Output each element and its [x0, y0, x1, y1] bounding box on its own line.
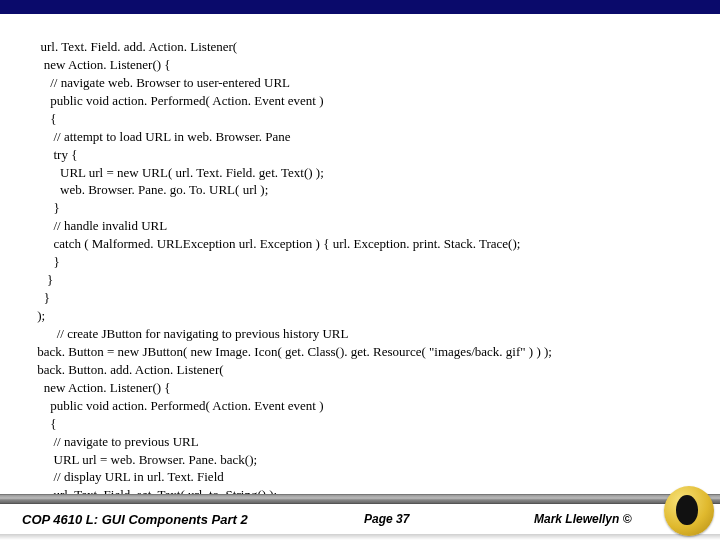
code-block: url. Text. Field. add. Action. Listener(… — [0, 14, 720, 540]
code-line: ); — [34, 308, 45, 323]
footer-course-title: COP 4610 L: GUI Components Part 2 — [22, 512, 364, 527]
footer-divider-bar — [0, 494, 720, 504]
code-line: } — [34, 290, 50, 305]
code-line: catch ( Malformed. URLException url. Exc… — [34, 236, 520, 251]
code-line: URL url = web. Browser. Pane. back(); — [34, 452, 257, 467]
footer-page-number: Page 37 — [364, 512, 534, 526]
code-line: // attempt to load URL in web. Browser. … — [34, 129, 291, 144]
code-line: // create JButton for navigating to prev… — [34, 326, 348, 341]
code-line: { — [34, 416, 57, 431]
code-line: new Action. Listener() { — [34, 380, 171, 395]
code-line: } — [34, 272, 53, 287]
code-line: { — [34, 111, 57, 126]
code-line: public void action. Performed( Action. E… — [34, 398, 324, 413]
code-line: } — [34, 200, 60, 215]
slide-footer: COP 4610 L: GUI Components Part 2 Page 3… — [0, 494, 720, 540]
code-line: URL url = new URL( url. Text. Field. get… — [34, 165, 324, 180]
code-line: // navigate to previous URL — [34, 434, 199, 449]
code-line: new Action. Listener() { — [34, 57, 171, 72]
code-line: public void action. Performed( Action. E… — [34, 93, 324, 108]
code-line: try { — [34, 147, 77, 162]
code-line: // navigate web. Browser to user-entered… — [34, 75, 290, 90]
ucf-logo-icon — [664, 486, 714, 536]
code-line: // handle invalid URL — [34, 218, 167, 233]
footer-row: COP 4610 L: GUI Components Part 2 Page 3… — [0, 504, 720, 534]
footer-shadow — [0, 534, 720, 540]
code-line: } — [34, 254, 60, 269]
code-line: // display URL in url. Text. Field — [34, 469, 224, 484]
code-line: url. Text. Field. add. Action. Listener( — [34, 39, 237, 54]
header-accent-bar — [0, 0, 720, 14]
code-line: back. Button = new JButton( new Image. I… — [34, 344, 552, 359]
code-line: web. Browser. Pane. go. To. URL( url ); — [34, 182, 268, 197]
code-line: back. Button. add. Action. Listener( — [34, 362, 224, 377]
